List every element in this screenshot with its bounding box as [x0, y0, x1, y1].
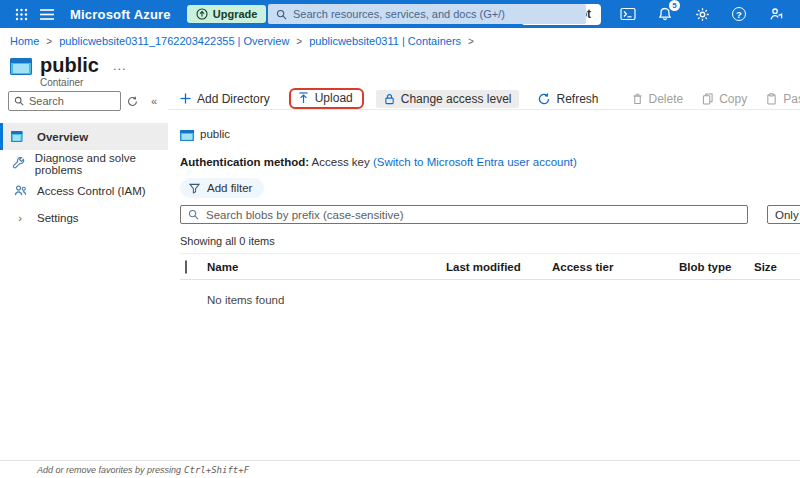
favorites-hint-text: Add or remove favorites by pressing	[37, 465, 181, 475]
wrench-icon	[11, 157, 27, 170]
refresh-icon	[538, 93, 550, 105]
blob-search-row: Only sho	[180, 205, 800, 224]
sidebar-item-access-control[interactable]: Access Control (IAM)	[0, 177, 168, 204]
container-path-label: public	[200, 128, 230, 140]
sidebar-search[interactable]	[8, 91, 121, 111]
help-icon[interactable]: ?	[729, 4, 749, 24]
search-icon	[276, 9, 287, 20]
notifications-bell-icon[interactable]: 5	[655, 4, 675, 24]
column-header-access-tier[interactable]: Access tier	[552, 261, 679, 273]
auth-method-label: Authentication method:	[180, 156, 309, 168]
waffle-menu-icon[interactable]	[8, 0, 34, 28]
page-header: public ... Container	[0, 52, 800, 88]
cloud-shell-icon[interactable]	[618, 4, 638, 24]
upload-icon	[298, 92, 309, 104]
items-summary: Showing all 0 items	[180, 235, 800, 247]
main-panel: Add Directory Upload Change access level	[168, 88, 800, 460]
column-header-last-modified[interactable]: Last modified	[446, 261, 552, 273]
breadcrumb-home[interactable]: Home	[10, 35, 39, 47]
global-search-input[interactable]	[293, 8, 578, 20]
page-title: public	[40, 54, 99, 76]
lock-icon	[384, 93, 395, 105]
plus-icon	[180, 93, 191, 104]
page-subtitle: Container	[40, 77, 127, 88]
breadcrumb-storage-account[interactable]: publicwebsite0311_1762203422355 | Overvi…	[59, 35, 289, 47]
search-icon	[188, 209, 199, 220]
breadcrumb-separator: >	[468, 36, 474, 47]
container-icon	[180, 130, 194, 141]
upgrade-label: Upgrade	[213, 8, 258, 20]
sidebar-item-overview[interactable]: Overview	[0, 123, 168, 150]
blob-search-box[interactable]	[180, 205, 748, 224]
column-header-size[interactable]: Size	[754, 261, 800, 273]
status-bar: Add or remove favorites by pressing Ctrl…	[0, 460, 800, 478]
people-icon	[11, 184, 29, 197]
sidebar-refresh-icon[interactable]	[121, 96, 143, 107]
delete-button[interactable]: Delete	[632, 92, 684, 106]
switch-auth-link[interactable]: (Switch to Microsoft Entra user account)	[373, 156, 577, 168]
global-search[interactable]	[268, 4, 586, 24]
add-directory-button[interactable]: Add Directory	[180, 92, 270, 106]
copy-button[interactable]: Copy	[702, 92, 747, 106]
settings-gear-icon[interactable]	[692, 4, 712, 24]
table-header-row: Name Last modified Access tier Blob type…	[180, 253, 800, 280]
more-actions-ellipsis[interactable]: ...	[113, 58, 127, 73]
trash-icon	[632, 93, 643, 105]
container-icon	[10, 58, 32, 75]
show-blobs-dropdown[interactable]: Only sho	[767, 205, 800, 224]
column-header-blob-type[interactable]: Blob type	[679, 261, 754, 273]
resource-menu-sidebar: « Overview Diagnose and solve problems	[0, 88, 168, 460]
column-header-name[interactable]: Name	[207, 261, 446, 273]
change-access-level-button[interactable]: Change access level	[376, 90, 520, 108]
sidebar-menu: Overview Diagnose and solve problems Acc…	[0, 123, 168, 231]
feedback-icon[interactable]	[766, 4, 786, 24]
breadcrumb-separator: >	[46, 36, 52, 47]
refresh-button[interactable]: Refresh	[538, 92, 598, 106]
blob-table: Name Last modified Access tier Blob type…	[180, 253, 800, 306]
upload-button[interactable]: Upload	[289, 88, 364, 109]
container-path: public	[180, 123, 800, 144]
add-filter-button[interactable]: Add filter	[180, 178, 264, 198]
sidebar-item-settings[interactable]: › Settings	[0, 204, 168, 231]
command-bar: Add Directory Upload Change access level	[168, 88, 800, 110]
azure-portal-window: Microsoft Azure Upgrade Copilot 5	[0, 0, 800, 478]
empty-state-text: No items found	[180, 280, 800, 306]
hamburger-menu-icon[interactable]	[34, 0, 60, 28]
sidebar-search-input[interactable]	[29, 95, 115, 107]
search-icon	[14, 96, 24, 106]
upgrade-arrow-icon	[196, 8, 208, 20]
sidebar-item-diagnose[interactable]: Diagnose and solve problems	[0, 150, 168, 177]
select-all-checkbox[interactable]	[185, 260, 187, 274]
blob-search-input[interactable]	[206, 209, 740, 221]
blob-list-panel: public Authentication method: Access key…	[168, 123, 800, 306]
breadcrumb-containers[interactable]: publicwebsite0311 | Containers	[309, 35, 461, 47]
top-bar: Microsoft Azure Upgrade Copilot 5	[0, 0, 800, 28]
filter-funnel-icon	[189, 183, 200, 194]
breadcrumb-separator: >	[296, 36, 302, 47]
notification-count-badge: 5	[669, 0, 680, 11]
upgrade-button[interactable]: Upgrade	[187, 5, 267, 23]
auth-method-row: Authentication method: Access key (Switc…	[180, 156, 800, 168]
breadcrumb: Home > publicwebsite0311_1762203422355 |…	[0, 28, 800, 52]
favorites-shortcut: Ctrl+Shift+F	[184, 465, 249, 475]
auth-method-value: Access key	[312, 156, 370, 168]
overview-icon	[11, 128, 29, 145]
brand-title: Microsoft Azure	[70, 7, 171, 22]
sidebar-collapse-icon[interactable]: «	[143, 95, 165, 107]
copy-icon	[702, 93, 713, 105]
paste-icon	[766, 93, 777, 105]
chevron-right-icon: ›	[11, 212, 29, 224]
paste-button[interactable]: Paste	[766, 92, 800, 106]
